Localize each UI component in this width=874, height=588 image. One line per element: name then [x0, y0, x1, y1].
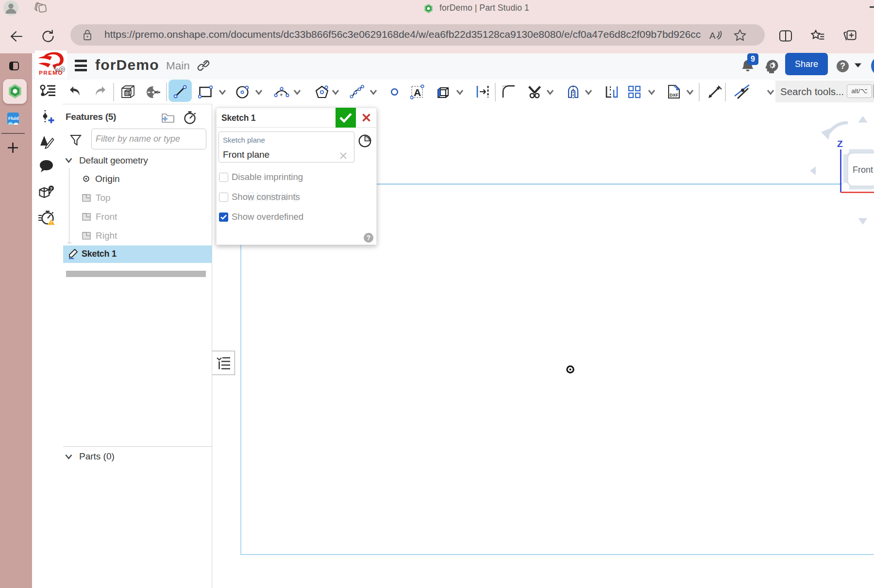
- svg-text:A: A: [414, 87, 421, 98]
- svg-text:Z: Z: [837, 139, 843, 149]
- svg-text:DXF: DXF: [670, 93, 679, 98]
- svg-text:Front: Front: [853, 165, 873, 175]
- svg-text:A: A: [709, 31, 716, 41]
- svg-text:+: +: [280, 92, 283, 98]
- svg-text:?: ?: [50, 186, 53, 191]
